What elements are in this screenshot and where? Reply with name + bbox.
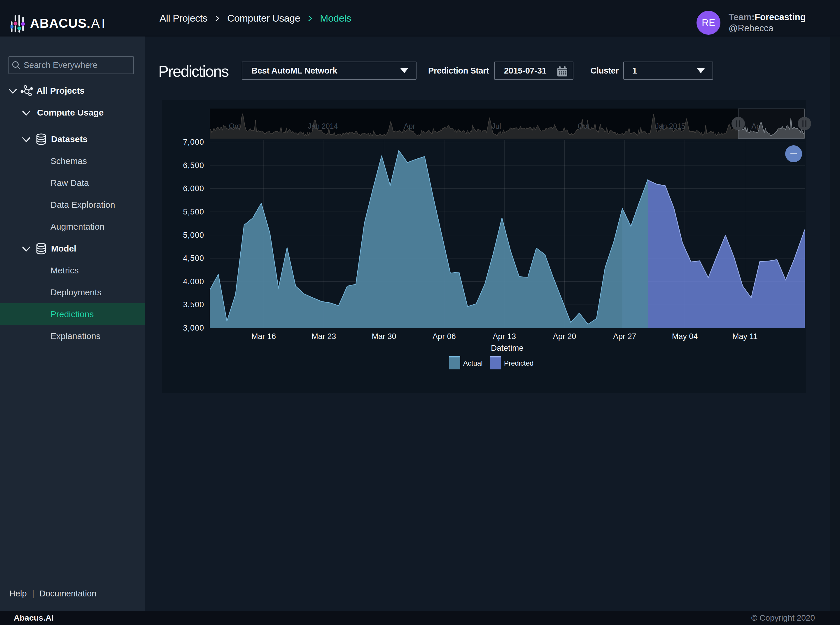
brand-wordmark-bold: ABACUS (30, 16, 87, 30)
footer-bar: Abacus.AI © Copyright 2020 (0, 611, 840, 625)
chart-legend: Actual Predicted (449, 356, 533, 369)
sidebar-item-label: Datasets (51, 134, 87, 144)
breadcrumb: All Projects Computer Usage Models (160, 0, 351, 36)
navigator-axis-label: Apr (404, 122, 415, 130)
sidebar-item-label: Compute Usage (37, 108, 104, 118)
x-axis-tick-label: Mar 16 (252, 332, 276, 341)
x-axis-tick-label: Apr 27 (613, 332, 637, 341)
chevron-down-icon[interactable] (21, 244, 31, 253)
model-select[interactable]: Best AutoML Network (242, 62, 416, 80)
navigator: OctJan 2014AprJulOctJan 2015Apr (210, 109, 811, 138)
sidebar-item-predictions[interactable]: Predictions (0, 303, 145, 325)
caret-down-icon (400, 68, 408, 73)
cluster-label: Cluster (583, 62, 619, 80)
y-axis-tick-label: 3,000 (183, 323, 204, 332)
sidebar-item-raw-data[interactable]: Raw Data (0, 172, 145, 194)
app-header: ABACUS.AI All Projects Computer Usage Mo… (0, 0, 840, 36)
chevron-down-icon[interactable] (8, 86, 18, 96)
sidebar-item-metrics[interactable]: Metrics (0, 260, 145, 281)
navigator-axis-label: Jul (492, 122, 501, 130)
brand-wordmark-thin: AI (91, 16, 107, 30)
y-axis-tick-label: 7,000 (183, 138, 204, 146)
legend-swatch-actual[interactable] (449, 356, 460, 369)
caret-down-icon (697, 68, 705, 73)
sidebar-item-explanations[interactable]: Explanations (0, 325, 145, 347)
predicted-series (623, 180, 805, 328)
navigator-axis-label: Jan 2015 (655, 122, 685, 130)
user-handle: @Rebecca (728, 23, 773, 33)
user-team-info: Team:Forecasting @Rebecca (728, 12, 806, 34)
user-avatar[interactable]: RE (697, 11, 720, 35)
prediction-start-date-input[interactable]: 2015-07-31 (494, 62, 573, 80)
help-link[interactable]: Help (9, 589, 27, 599)
x-axis-tick-label: Mar 30 (372, 332, 396, 341)
y-axis-labels: 3,0003,5004,0004,5005,0005,5006,0006,500… (183, 138, 204, 332)
sidebar-item-label: Data Exploration (50, 200, 115, 210)
sidebar-item-model[interactable]: Model (0, 238, 145, 260)
x-axis-tick-label: Apr 06 (433, 332, 456, 341)
abacus-logo-icon (11, 15, 25, 33)
x-axis-title: Datetime (491, 344, 523, 353)
x-axis-tick-label: May 04 (672, 332, 698, 341)
link-separator: | (32, 589, 34, 599)
cluster-select-value: 1 (632, 66, 637, 76)
sidebar-item-all-projects[interactable]: All Projects (0, 80, 145, 101)
x-axis-tick-label: Apr 20 (553, 332, 576, 341)
cluster-select[interactable]: 1 (623, 62, 713, 80)
search-icon (11, 61, 21, 70)
team-name: Forecasting (755, 12, 806, 22)
prediction-start-date-value: 2015-07-31 (504, 66, 546, 76)
documentation-link[interactable]: Documentation (39, 589, 96, 599)
sidebar-item-compute-usage[interactable]: Compute Usage (0, 101, 145, 123)
brand-wordmark-dot: . (87, 16, 90, 30)
search-box (8, 56, 134, 74)
sidebar-item-label: Metrics (50, 266, 79, 275)
sidebar-item-label: All Projects (36, 86, 85, 96)
navigator-axis-label: Jan 2014 (308, 122, 338, 130)
y-axis-tick-label: 6,500 (183, 161, 204, 170)
calendar-icon[interactable] (556, 65, 568, 78)
sidebar-item-label: Augmentation (50, 222, 104, 232)
chevron-right-icon (214, 16, 220, 21)
sidebar-item-label: Model (51, 244, 76, 253)
sidebar-item-augmentation[interactable]: Augmentation (0, 216, 145, 238)
breadcrumb-computer-usage[interactable]: Computer Usage (227, 12, 300, 24)
breadcrumb-models[interactable]: Models (320, 12, 351, 24)
brand-logo[interactable]: ABACUS.AI (0, 0, 146, 36)
chevron-down-icon[interactable] (21, 134, 31, 144)
chart-panel: OctJan 2014AprJulOctJan 2015Apr 3,0003,5… (162, 100, 806, 393)
sidebar: All ProjectsCompute Usage DatasetsSchema… (0, 36, 145, 611)
sidebar-item-deployments[interactable]: Deployments (0, 281, 145, 303)
database-icon (36, 243, 47, 255)
sidebar-item-label: Predictions (50, 309, 94, 319)
x-axis-labels: Mar 16Mar 23Mar 30Apr 06Apr 13Apr 20Apr … (252, 332, 758, 341)
x-axis-tick-label: Apr 13 (493, 332, 516, 341)
legend-label-predicted[interactable]: Predicted (504, 359, 533, 367)
x-axis-tick-label: Mar 23 (312, 332, 336, 341)
scrollbar-gutter (830, 37, 840, 611)
search-input[interactable] (23, 61, 123, 70)
chevron-right-icon (307, 16, 313, 21)
y-axis-tick-label: 3,500 (183, 300, 204, 309)
model-select-value: Best AutoML Network (252, 66, 337, 76)
navigator-axis-label: Oct (229, 122, 240, 130)
chevron-down-icon[interactable] (21, 108, 31, 118)
hub-icon (20, 84, 33, 97)
sidebar-item-label: Deployments (50, 288, 101, 297)
abacus-dashboard: ABACUS.AI All Projects Computer Usage Mo… (0, 0, 840, 625)
y-axis-tick-label: 4,000 (183, 277, 204, 286)
navigator-brush-handle-left[interactable] (731, 117, 745, 131)
legend-label-actual[interactable]: Actual (463, 359, 483, 367)
zoom-out-button[interactable] (785, 145, 802, 162)
legend-swatch-predicted[interactable] (490, 356, 501, 369)
sidebar-item-schemas[interactable]: Schemas (0, 150, 145, 172)
navigator-brush-handle-right[interactable] (798, 117, 811, 131)
page-title: Predictions (158, 62, 228, 80)
y-axis-tick-label: 4,500 (183, 254, 204, 263)
sidebar-item-datasets[interactable]: Datasets (0, 128, 145, 150)
sidebar-item-label: Explanations (50, 331, 101, 341)
prediction-start-label: Prediction Start (417, 62, 489, 80)
sidebar-item-data-exploration[interactable]: Data Exploration (0, 194, 145, 216)
actual-series (210, 151, 648, 328)
breadcrumb-all-projects[interactable]: All Projects (160, 12, 207, 24)
